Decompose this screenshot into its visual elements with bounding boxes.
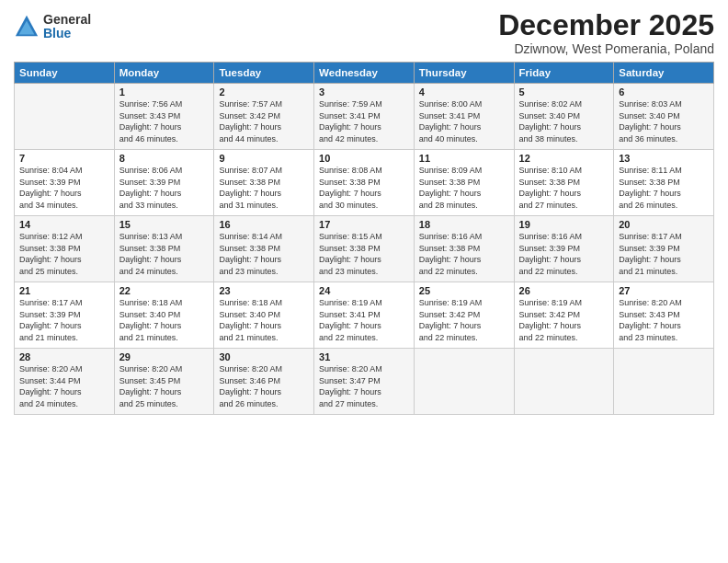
calendar-cell: [614, 349, 714, 415]
cell-content: Sunrise: 8:16 AM Sunset: 3:38 PM Dayligh…: [419, 231, 509, 277]
calendar-cell: 14Sunrise: 8:12 AM Sunset: 3:38 PM Dayli…: [15, 216, 115, 282]
cell-content: Sunrise: 8:15 AM Sunset: 3:38 PM Dayligh…: [319, 231, 409, 277]
day-number: 5: [519, 86, 609, 98]
calendar-cell: 24Sunrise: 8:19 AM Sunset: 3:41 PM Dayli…: [314, 282, 415, 349]
cell-content: Sunrise: 7:59 AM Sunset: 3:41 PM Dayligh…: [319, 98, 409, 144]
day-number: 10: [319, 153, 409, 164]
calendar-cell: 3Sunrise: 7:59 AM Sunset: 3:41 PM Daylig…: [314, 84, 415, 150]
calendar-table: SundayMondayTuesdayWednesdayThursdayFrid…: [14, 62, 714, 415]
header-row: SundayMondayTuesdayWednesdayThursdayFrid…: [15, 63, 714, 84]
logo-text: General Blue: [43, 13, 91, 41]
day-number: 19: [519, 219, 609, 230]
calendar-cell: 31Sunrise: 8:20 AM Sunset: 3:47 PM Dayli…: [314, 349, 415, 415]
header-day-wednesday: Wednesday: [314, 63, 415, 84]
cell-content: Sunrise: 8:08 AM Sunset: 3:38 PM Dayligh…: [319, 165, 409, 211]
cell-content: Sunrise: 8:18 AM Sunset: 3:40 PM Dayligh…: [219, 297, 309, 343]
calendar-cell: 15Sunrise: 8:13 AM Sunset: 3:38 PM Dayli…: [114, 216, 214, 282]
header-day-saturday: Saturday: [614, 63, 714, 84]
day-number: 7: [19, 153, 109, 164]
week-row-5: 28Sunrise: 8:20 AM Sunset: 3:44 PM Dayli…: [15, 349, 714, 415]
cell-content: Sunrise: 8:03 AM Sunset: 3:40 PM Dayligh…: [619, 98, 709, 144]
day-number: 25: [419, 285, 509, 296]
cell-content: Sunrise: 8:09 AM Sunset: 3:38 PM Dayligh…: [419, 165, 509, 211]
calendar-cell: 23Sunrise: 8:18 AM Sunset: 3:40 PM Dayli…: [214, 282, 314, 349]
week-row-4: 21Sunrise: 8:17 AM Sunset: 3:39 PM Dayli…: [15, 282, 714, 349]
cell-content: Sunrise: 8:00 AM Sunset: 3:41 PM Dayligh…: [419, 98, 509, 144]
day-number: 12: [519, 153, 609, 164]
header-day-thursday: Thursday: [414, 63, 514, 84]
calendar-cell: 29Sunrise: 8:20 AM Sunset: 3:45 PM Dayli…: [114, 349, 214, 415]
header-day-sunday: Sunday: [15, 63, 115, 84]
day-number: 8: [119, 153, 210, 164]
week-row-3: 14Sunrise: 8:12 AM Sunset: 3:38 PM Dayli…: [15, 216, 714, 282]
logo-general: General: [43, 13, 91, 27]
calendar-cell: 16Sunrise: 8:14 AM Sunset: 3:38 PM Dayli…: [214, 216, 314, 282]
calendar-cell: [514, 349, 614, 415]
day-number: 20: [619, 219, 709, 230]
calendar-cell: 30Sunrise: 8:20 AM Sunset: 3:46 PM Dayli…: [214, 349, 314, 415]
cell-content: Sunrise: 8:12 AM Sunset: 3:38 PM Dayligh…: [19, 231, 109, 277]
calendar-cell: 13Sunrise: 8:11 AM Sunset: 3:38 PM Dayli…: [614, 150, 714, 216]
day-number: 9: [219, 153, 309, 164]
cell-content: Sunrise: 8:19 AM Sunset: 3:42 PM Dayligh…: [419, 297, 509, 343]
calendar-cell: 25Sunrise: 8:19 AM Sunset: 3:42 PM Dayli…: [414, 282, 514, 349]
day-number: 13: [619, 153, 709, 164]
calendar-cell: 8Sunrise: 8:06 AM Sunset: 3:39 PM Daylig…: [114, 150, 214, 216]
cell-content: Sunrise: 8:13 AM Sunset: 3:38 PM Dayligh…: [119, 231, 210, 277]
day-number: 30: [219, 351, 309, 362]
location: Dziwnow, West Pomerania, Poland: [498, 41, 714, 56]
day-number: 24: [319, 285, 409, 296]
cell-content: Sunrise: 8:20 AM Sunset: 3:47 PM Dayligh…: [319, 363, 409, 409]
day-number: 15: [119, 219, 210, 230]
calendar-cell: 1Sunrise: 7:56 AM Sunset: 3:43 PM Daylig…: [114, 84, 214, 150]
cell-content: Sunrise: 8:18 AM Sunset: 3:40 PM Dayligh…: [119, 297, 210, 343]
header-day-tuesday: Tuesday: [214, 63, 314, 84]
calendar-cell: 2Sunrise: 7:57 AM Sunset: 3:42 PM Daylig…: [214, 84, 314, 150]
cell-content: Sunrise: 8:20 AM Sunset: 3:46 PM Dayligh…: [219, 363, 309, 409]
day-number: 23: [219, 285, 309, 296]
day-number: 26: [519, 285, 609, 296]
calendar-cell: 10Sunrise: 8:08 AM Sunset: 3:38 PM Dayli…: [314, 150, 415, 216]
day-number: 2: [219, 86, 309, 98]
day-number: 11: [419, 153, 509, 164]
calendar-cell: 9Sunrise: 8:07 AM Sunset: 3:38 PM Daylig…: [214, 150, 314, 216]
day-number: 18: [419, 219, 509, 230]
day-number: 6: [619, 86, 709, 98]
calendar-cell: 17Sunrise: 8:15 AM Sunset: 3:38 PM Dayli…: [314, 216, 415, 282]
week-row-2: 7Sunrise: 8:04 AM Sunset: 3:39 PM Daylig…: [15, 150, 714, 216]
header-day-monday: Monday: [114, 63, 214, 84]
calendar-cell: [414, 349, 514, 415]
cell-content: Sunrise: 7:56 AM Sunset: 3:43 PM Dayligh…: [119, 98, 210, 144]
day-number: 21: [19, 285, 109, 296]
title-block: December 2025 Dziwnow, West Pomerania, P…: [498, 9, 714, 56]
calendar-cell: 12Sunrise: 8:10 AM Sunset: 3:38 PM Dayli…: [514, 150, 614, 216]
day-number: 4: [419, 86, 509, 98]
cell-content: Sunrise: 8:14 AM Sunset: 3:38 PM Dayligh…: [219, 231, 309, 277]
calendar-cell: 27Sunrise: 8:20 AM Sunset: 3:43 PM Dayli…: [614, 282, 714, 349]
day-number: 27: [619, 285, 709, 296]
logo-blue: Blue: [43, 27, 91, 40]
calendar-cell: 21Sunrise: 8:17 AM Sunset: 3:39 PM Dayli…: [15, 282, 115, 349]
cell-content: Sunrise: 8:20 AM Sunset: 3:45 PM Dayligh…: [119, 363, 210, 409]
calendar-cell: 19Sunrise: 8:16 AM Sunset: 3:39 PM Dayli…: [514, 216, 614, 282]
calendar-cell: 5Sunrise: 8:02 AM Sunset: 3:40 PM Daylig…: [514, 84, 614, 150]
page: General Blue December 2025 Dziwnow, West…: [0, 0, 728, 563]
day-number: 28: [19, 351, 109, 362]
calendar-cell: 11Sunrise: 8:09 AM Sunset: 3:38 PM Dayli…: [414, 150, 514, 216]
cell-content: Sunrise: 8:17 AM Sunset: 3:39 PM Dayligh…: [19, 297, 109, 343]
day-number: 16: [219, 219, 309, 230]
cell-content: Sunrise: 8:19 AM Sunset: 3:42 PM Dayligh…: [519, 297, 609, 343]
day-number: 31: [319, 351, 409, 362]
day-number: 1: [119, 86, 210, 98]
day-number: 22: [119, 285, 210, 296]
cell-content: Sunrise: 8:20 AM Sunset: 3:43 PM Dayligh…: [619, 297, 709, 343]
cell-content: Sunrise: 7:57 AM Sunset: 3:42 PM Dayligh…: [219, 98, 309, 144]
header: General Blue December 2025 Dziwnow, West…: [14, 9, 714, 56]
calendar-cell: 22Sunrise: 8:18 AM Sunset: 3:40 PM Dayli…: [114, 282, 214, 349]
cell-content: Sunrise: 8:16 AM Sunset: 3:39 PM Dayligh…: [519, 231, 609, 277]
calendar-cell: 20Sunrise: 8:17 AM Sunset: 3:39 PM Dayli…: [614, 216, 714, 282]
calendar-cell: [15, 84, 115, 150]
day-number: 29: [119, 351, 210, 362]
cell-content: Sunrise: 8:04 AM Sunset: 3:39 PM Dayligh…: [19, 165, 109, 211]
logo: General Blue: [14, 13, 91, 41]
